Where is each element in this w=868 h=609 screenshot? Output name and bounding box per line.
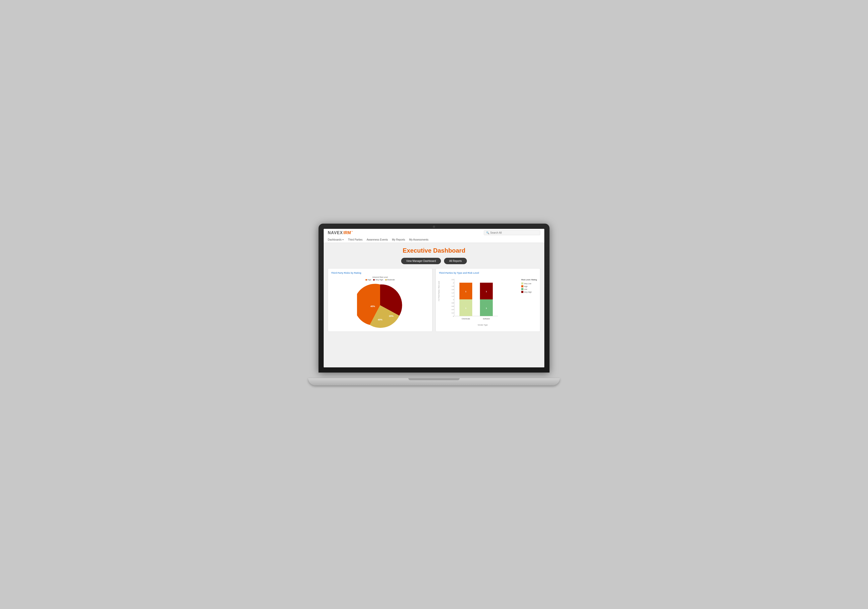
view-manager-dashboard-button[interactable]: View Manager Dashboard — [401, 258, 441, 264]
svg-text:2.2: 2.2 — [452, 279, 454, 280]
svg-text:0: 0 — [453, 315, 454, 317]
logo: NAVEX IRM™ — [328, 231, 353, 235]
pie-chart-container: Inherent Risk Level High Very High — [331, 276, 429, 328]
logo-irm-text: IRM™ — [343, 231, 353, 235]
svg-text:1: 1 — [486, 291, 487, 293]
svg-text:1: 1 — [465, 291, 467, 293]
nav-item-my-assessments[interactable]: My Assessments — [409, 238, 428, 242]
high-dot — [366, 279, 367, 281]
very-high-swatch — [521, 291, 523, 293]
nav-menu: Dashboards ▼ Third Parties Awareness Eve… — [328, 237, 540, 242]
bar-chart-legend-title: Risk Level: Rating — [521, 279, 537, 281]
svg-text:2: 2 — [453, 282, 454, 284]
svg-text:Chemicals: Chemicals — [462, 318, 470, 320]
svg-text:40%: 40% — [370, 305, 375, 308]
pie-legend-high: High — [366, 279, 371, 281]
page-title: Executive Dashboard — [328, 247, 540, 254]
low-swatch — [521, 288, 523, 290]
svg-text:1.2: 1.2 — [452, 295, 454, 297]
pie-legend: High Very High Moderate — [366, 279, 395, 281]
moderate-dot — [385, 279, 387, 281]
svg-text:Software: Software — [483, 318, 490, 320]
pie-legend-very-high: Very High — [373, 279, 383, 281]
bar-legend-very-high: Very High — [521, 291, 537, 293]
pie-legend-moderate: Moderate — [385, 279, 395, 281]
svg-text:40%: 40% — [378, 318, 383, 321]
very-low-swatch — [521, 283, 523, 284]
bar-chart-svg: 0 0.2 0.4 0.6 — [446, 276, 503, 323]
search-icon: 🔍 — [486, 231, 489, 234]
svg-text:0.2: 0.2 — [452, 312, 454, 314]
laptop-base — [308, 378, 560, 385]
nav-item-dashboards[interactable]: Dashboards ▼ — [328, 238, 344, 242]
svg-text:1: 1 — [465, 307, 467, 309]
pie-chart-title: Third Party Risks by Rating — [331, 272, 429, 274]
svg-text:0.8: 0.8 — [452, 302, 454, 304]
logo-navex-text: NAVEX — [328, 231, 343, 235]
bar-chart-title: Third Parties by Type and Risk Level — [439, 272, 537, 274]
main-content: Executive Dashboard View Manager Dashboa… — [324, 243, 544, 367]
app-container: NAVEX IRM™ 🔍 Dashboards — [324, 229, 544, 367]
bar-legend-very-low: Very Low — [521, 283, 537, 284]
top-nav: NAVEX IRM™ 🔍 Dashboards — [324, 229, 544, 243]
laptop-camera — [433, 226, 435, 228]
y-axis-label: # of Third Parties / Risk Level — [438, 281, 440, 301]
bar-legend-low: Low — [521, 288, 537, 290]
very-high-dot — [373, 279, 375, 281]
charts-row: Third Party Risks by Rating Inherent Ris… — [328, 268, 540, 332]
svg-text:0.6: 0.6 — [452, 306, 454, 307]
x-axis-label: Vendor Type — [446, 324, 519, 326]
svg-text:1.4: 1.4 — [452, 292, 454, 294]
svg-text:1: 1 — [453, 299, 454, 300]
pie-legend-title: Inherent Risk Level — [372, 276, 388, 278]
svg-text:1: 1 — [486, 307, 487, 309]
bar-chart-card: Third Parties by Type and Risk Level # o… — [436, 268, 540, 332]
search-bar[interactable]: 🔍 — [484, 230, 540, 235]
action-buttons: View Manager Dashboard All Reports — [328, 258, 540, 264]
search-input[interactable] — [490, 231, 538, 234]
bar-chart-legend: Risk Level: Rating Very Low High — [521, 276, 537, 326]
pie-chart-card: Third Party Risks by Rating Inherent Ris… — [328, 268, 432, 332]
bar-legend-high: High — [521, 285, 537, 287]
svg-text:1.8: 1.8 — [452, 286, 454, 287]
bar-chart-area: # of Third Parties / Risk Level — [439, 276, 519, 326]
svg-text:1.6: 1.6 — [452, 289, 454, 291]
nav-item-my-reports[interactable]: My Reports — [392, 238, 405, 242]
nav-item-awareness-events[interactable]: Awareness Events — [367, 238, 388, 242]
laptop-screen: NAVEX IRM™ 🔍 Dashboards — [323, 228, 545, 368]
svg-text:20%: 20% — [389, 315, 394, 317]
pie-chart-svg: 40% 20% 40% — [357, 282, 403, 328]
nav-item-third-parties[interactable]: Third Parties — [348, 238, 363, 242]
bar-chart-container: # of Third Parties / Risk Level — [439, 276, 537, 326]
svg-text:0.4: 0.4 — [452, 309, 454, 311]
all-reports-button[interactable]: All Reports — [444, 258, 467, 264]
high-swatch — [521, 285, 523, 287]
dashboards-dropdown-arrow: ▼ — [342, 239, 344, 241]
